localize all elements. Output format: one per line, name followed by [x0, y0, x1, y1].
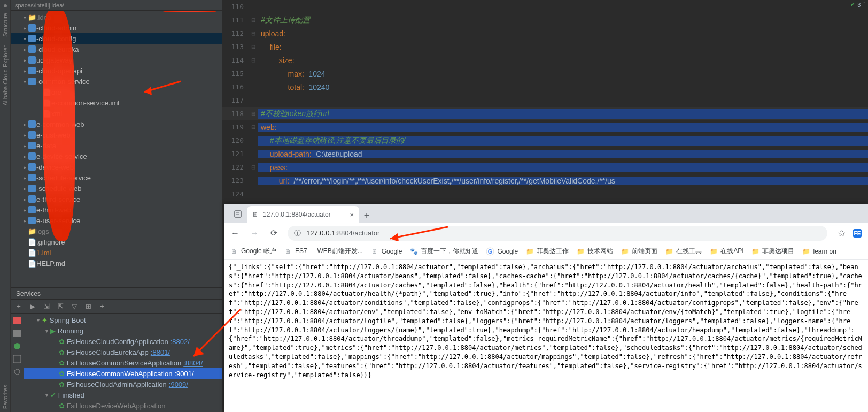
tree-row[interactable]: 📄e-common-service.iml: [11, 97, 222, 108]
services-row[interactable]: ▾▶ Running: [24, 325, 222, 336]
filter-icon[interactable]: ▽: [69, 302, 79, 310]
bookmark-item[interactable]: 📁前端页面: [621, 247, 657, 256]
tree-row[interactable]: 📄HELP.md: [11, 258, 222, 269]
tree-row[interactable]: ▸e-third-web: [11, 204, 222, 215]
tree-row[interactable]: ▸-cloud-openapi: [11, 65, 222, 76]
edit-icon[interactable]: [13, 355, 21, 363]
tree-row[interactable]: ▸e-cust-web: [11, 129, 222, 140]
bookmark-item[interactable]: 📁在线API: [709, 247, 743, 256]
add-icon[interactable]: +: [14, 302, 24, 310]
layout-icon[interactable]: ⊞: [83, 302, 93, 310]
tree-row[interactable]: ▸-cloud-admin: [11, 22, 222, 33]
bookmark-item[interactable]: 📁在线工具: [665, 247, 702, 256]
tree-row[interactable]: ▸e-data: [11, 140, 222, 151]
svg-rect-19: [13, 355, 21, 363]
services-row[interactable]: ▾✔ Finished: [24, 390, 222, 400]
tree-row[interactable]: ▸e-third-service: [11, 194, 222, 204]
project-tree[interactable]: ▾📁.idea▸-cloud-admin▾-cloud-config▸-clou…: [11, 11, 222, 287]
back-icon[interactable]: ←: [230, 228, 241, 238]
browser-menu-icon[interactable]: [229, 205, 247, 223]
tree-row[interactable]: ▾-cloud-config: [11, 33, 222, 44]
bookmark-item[interactable]: 🐾百度一下，你就知道: [409, 247, 478, 256]
extension-icon[interactable]: FE: [852, 228, 863, 239]
browser-tab[interactable]: 🗎 127.0.0.1:8804/actuator ×: [247, 206, 359, 223]
tree-row[interactable]: ▸e-device-service: [11, 151, 222, 162]
dot-icon: [4, 4, 7, 7]
code-line[interactable]: 114⊟ size:: [222, 54, 868, 67]
bookmark-item[interactable]: 📁技术网站: [576, 247, 613, 256]
services-tree[interactable]: ▾✦ Spring Boot▾▶ Running✿ FsiHouseCloudC…: [24, 314, 222, 412]
run-icon[interactable]: ▶: [28, 302, 37, 310]
vtab-alibaba[interactable]: Alibaba Cloud Explorer: [2, 42, 9, 109]
code-line[interactable]: 119⊟web:: [222, 120, 868, 134]
vertical-tool-tabs: Structure Alibaba Cloud Explorer Favorit…: [0, 0, 11, 412]
tree-row[interactable]: ▸e-common-web: [11, 119, 222, 129]
bookmark-item[interactable]: 🗎Google 帐户: [230, 247, 276, 256]
tab-title: 127.0.0.1:8804/actuator: [263, 211, 331, 218]
bookmark-item[interactable]: 📁菲奥达工作: [525, 247, 569, 256]
svg-rect-13: [28, 195, 36, 203]
bookmark-item[interactable]: 🗎ES7 — WEB前端开发...: [284, 247, 363, 256]
tree-row[interactable]: ▸-device-web: [11, 162, 222, 172]
code-line[interactable]: 123 url: /**/error,/**/login/**,/**/user…: [222, 174, 868, 187]
services-header: Services: [11, 288, 222, 300]
tree-row[interactable]: ▸-schedule-web: [11, 183, 222, 194]
tree-row[interactable]: ▾📁.idea: [11, 12, 222, 22]
svg-rect-17: [13, 330, 21, 337]
tree-row[interactable]: ▸e-user-service: [11, 215, 222, 226]
tree-row[interactable]: ▸-cloud-eureka: [11, 44, 222, 55]
tree-row[interactable]: 📄xml: [11, 108, 222, 119]
code-line[interactable]: 121 upload-path: C:\test\upload: [222, 147, 868, 161]
tree-row[interactable]: 📄.gitignore: [11, 236, 222, 247]
run-icon[interactable]: [13, 317, 21, 324]
services-row[interactable]: ✿ FsiHouseCloudConfigApplication:8802/: [24, 336, 222, 347]
tree-row[interactable]: ▸-schedule-service: [11, 172, 222, 183]
bookmark-item[interactable]: GGoogle: [486, 247, 518, 256]
url-input[interactable]: ⓘ 127.0.0.1:8804/actuator: [288, 226, 827, 241]
bookmark-item[interactable]: 📁菲奥达项目: [751, 247, 794, 256]
code-line[interactable]: 118⊟#不校验token放行url: [222, 107, 868, 120]
settings-icon[interactable]: [13, 368, 21, 376]
debug-icon[interactable]: [13, 342, 21, 350]
code-line[interactable]: 110: [222, 0, 868, 13]
bookmarks-bar: 🗎Google 帐户🗎ES7 — WEB前端开发...🗎Google🐾百度一下，…: [224, 243, 868, 260]
code-line[interactable]: 122⊟ pass:: [222, 161, 868, 174]
new-tab-button[interactable]: +: [359, 208, 374, 223]
expand-icon[interactable]: ⇲: [42, 302, 51, 310]
reload-icon[interactable]: ⟳: [268, 228, 279, 238]
site-info-icon[interactable]: ⓘ: [294, 228, 301, 238]
plus-icon[interactable]: +: [97, 302, 107, 310]
vtab-structure[interactable]: Structure: [2, 10, 9, 40]
stop-icon[interactable]: [13, 330, 21, 337]
tree-row[interactable]: 📄ore: [11, 87, 222, 97]
vtab-favorites[interactable]: Favorites: [2, 382, 9, 412]
close-tab-icon[interactable]: ×: [350, 211, 354, 219]
code-line[interactable]: 116 total: 10240: [222, 80, 868, 94]
favorite-icon[interactable]: ✩: [836, 228, 847, 238]
browser-content[interactable]: {"_links":{"self":{"href":"http://127.0.…: [224, 260, 868, 412]
bookmark-item[interactable]: 🗎Google: [370, 247, 402, 256]
tree-row[interactable]: ▾-common-service: [11, 76, 222, 87]
code-line[interactable]: 124: [222, 187, 868, 201]
services-row[interactable]: ✿ FsiHouseDeviceWebApplication: [24, 400, 222, 411]
code-line[interactable]: 115 max: 1024: [222, 67, 868, 80]
code-line[interactable]: 113⊟ file:: [222, 40, 868, 54]
services-row[interactable]: ✿ FsiHouseCommonServiceApplication:8804/: [24, 357, 222, 368]
bookmark-item[interactable]: 📁learn on: [802, 247, 836, 256]
browser-tab-bar: 🗎 127.0.0.1:8804/actuator × +: [224, 204, 868, 223]
svg-text:G: G: [488, 248, 493, 255]
tree-row[interactable]: ▸ud-gateway: [11, 55, 222, 65]
tree-row[interactable]: 📄1.iml: [11, 247, 222, 258]
services-row[interactable]: ✿ FsiHouseCloudEurekaApp:8801/: [24, 347, 222, 357]
code-line[interactable]: 117: [222, 94, 868, 107]
collapse-icon[interactable]: ⇱: [56, 302, 65, 310]
caret-icon[interactable]: ˇ: [863, 2, 865, 8]
forward-icon[interactable]: →: [249, 228, 260, 238]
services-row[interactable]: ▾✦ Spring Boot: [24, 315, 222, 325]
tree-row[interactable]: 📁logs: [11, 226, 222, 236]
code-line[interactable]: 112⊟upload:: [222, 27, 868, 40]
code-line[interactable]: 120 #本地磁盘存储路径,注意不要最后目录的/: [222, 134, 868, 147]
services-row[interactable]: ✿ FsiHouseCommonWebApplication:9001/: [24, 368, 222, 379]
code-line[interactable]: 111⊟#文件上传配置: [222, 13, 868, 27]
services-row[interactable]: ✿ FsihouseCloudAdminApplication:9009/: [24, 379, 222, 390]
